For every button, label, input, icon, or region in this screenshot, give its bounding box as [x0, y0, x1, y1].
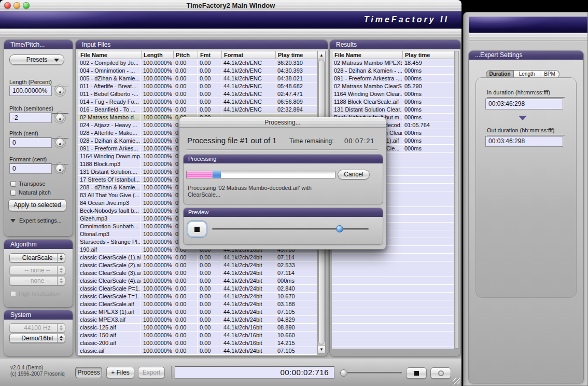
- column-header-pitch[interactable]: Pitch: [174, 51, 198, 59]
- time-pitch-body: Presets Length (Percent) 100.00000% Pitc…: [4, 49, 73, 236]
- expert-settings-disclosure[interactable]: Expert settings...: [10, 217, 62, 224]
- table-row[interactable]: 004 - Omnimotion - ... 100.0000% 0.00 0.…: [78, 67, 317, 75]
- length-input[interactable]: 100.00000%: [9, 86, 52, 96]
- out-duration-input[interactable]: 00:03:46:298: [485, 136, 563, 147]
- in-duration-input[interactable]: 00:03:46:298: [485, 99, 563, 109]
- expert-settings-panel: ...Expert Settings Duration Length BPM I…: [469, 51, 583, 383]
- cell-play-time: 06:56.809: [275, 98, 317, 105]
- table-row[interactable]: classic-150.aif 100.0000% 0.00 0.00 44.1…: [78, 332, 317, 339]
- transport-slider-thumb[interactable]: [340, 369, 347, 377]
- table-row[interactable]: classic ClearScale (1).aif 100.0000% 0.0…: [78, 254, 317, 261]
- cell-file-name: classic-125.aif: [78, 324, 141, 331]
- cell-length: 100.0000%: [141, 308, 173, 315]
- time-pitch-panel: Time/Pitch... Presets Length (Percent) 1…: [4, 40, 73, 236]
- column-header-filename[interactable]: File Name: [332, 51, 403, 59]
- scroll-up-icon[interactable]: ▲: [318, 51, 325, 59]
- table-row[interactable]: classic ClearScale.aif 100.0000% 0.00 0.…: [78, 300, 317, 308]
- cell-pitch: 0.00: [173, 261, 198, 269]
- formant-dial-icon[interactable]: [55, 164, 64, 173]
- scroll-down-icon[interactable]: ▼: [318, 345, 325, 353]
- cell-fmt: 0.00: [198, 67, 221, 74]
- pitch-semitones-dial-icon[interactable]: [55, 113, 64, 122]
- table-row[interactable]: 091 - Freeform Arkestra -... 000ms: [332, 75, 454, 82]
- table-row[interactable]: 02 Matrass Mambo MPEX3... 18.459: [332, 59, 454, 67]
- pitch-semitones-input[interactable]: -2: [9, 113, 52, 123]
- cell-format: 44.1k/2ch/ENC: [221, 82, 275, 90]
- cancel-button[interactable]: Cancel: [338, 170, 370, 180]
- transport-slider[interactable]: [340, 372, 402, 374]
- dialog-titlebar[interactable]: Processing...: [179, 117, 386, 128]
- table-row[interactable]: classic ClearScale (3).aif 100.0000% 0.0…: [78, 269, 317, 277]
- results-scrollbar-track[interactable]: [454, 51, 459, 349]
- table-row[interactable]: 1188 Block ClearScale.aif 000ms: [332, 98, 454, 106]
- column-header-format[interactable]: Format: [222, 51, 276, 59]
- cell-file-name: Omnimotion-Sunbath...: [78, 223, 141, 230]
- expert-settings-window: ...Expert Settings Duration Length BPM I…: [463, 12, 588, 386]
- cell-play-time: 02:32.894: [275, 106, 317, 113]
- column-header-fmt[interactable]: Fmt: [198, 51, 222, 59]
- stop-icon: [414, 371, 419, 376]
- column-header-filename[interactable]: File Name: [78, 51, 142, 59]
- cell-length: 100.0000%: [141, 223, 173, 230]
- dropdown-arrow-icon: [54, 59, 59, 62]
- table-row[interactable]: classic MPEX3.aif 100.0000% 0.00 0.00 44…: [78, 316, 317, 324]
- cell-pitch: 0.00: [173, 90, 198, 98]
- table-row[interactable]: classic-125.aif 100.0000% 0.00 0.00 44.1…: [78, 324, 317, 332]
- cell-format: 44.1k/2ch/24bit: [221, 277, 275, 284]
- table-row[interactable]: classic ClearScale T=1... 100.0000% 0.00…: [78, 293, 317, 300]
- cell-file-name: 208 - dZihan & Kamie...: [78, 184, 141, 191]
- table-row[interactable]: 028 - Dzihan & Kamien - ... 000ms: [332, 67, 454, 75]
- table-row[interactable]: classic ClearScale (2).aif 100.0000% 0.0…: [78, 261, 317, 269]
- table-row[interactable]: 1164 Winding Down Clear... 000ms: [332, 90, 454, 98]
- table-row[interactable]: 016 - Beanfield - To ... 100.0000% 0.00 …: [78, 106, 317, 114]
- preview-group-header: Preview: [184, 208, 383, 217]
- table-row[interactable]: classic.aif 100.0000% 0.00 0.00 44.1k/2c…: [78, 347, 317, 355]
- cell-format: 44.1k/2ch/24bit: [221, 261, 275, 269]
- table-row[interactable]: 02 Matrass Mambo ClearS... 05.290: [332, 82, 454, 90]
- cell-length: 100.0000%: [141, 184, 173, 191]
- titlebar[interactable]: TimeFactory2 Main Window: [0, 0, 461, 11]
- table-row[interactable]: classic ClearScale (4).aif 100.0000% 0.0…: [78, 277, 317, 285]
- stop-button[interactable]: [406, 367, 427, 379]
- algorithm-panel: Algorithm ClearScale -- none -- -- none …: [4, 240, 73, 307]
- pitch-cent-dial-icon[interactable]: [55, 138, 64, 147]
- table-row[interactable]: 014 - Fug - Ready Fo... 100.0000% 0.00 0…: [78, 98, 317, 106]
- table-row[interactable]: classic ClearScale P=1... 100.0000% 0.00…: [78, 285, 317, 293]
- preview-stop-button[interactable]: [187, 221, 207, 237]
- stepper-arrows-icon: [57, 277, 65, 285]
- table-row[interactable]: classic MPEX3 (1).aif 100.0000% 0.00 0.0…: [78, 308, 317, 316]
- transpose-checkbox[interactable]: Transpose: [10, 181, 46, 187]
- pitch-cent-input[interactable]: 0: [9, 137, 52, 148]
- cell-length: 100.0000%: [141, 230, 173, 238]
- formant-input[interactable]: 0: [9, 163, 52, 174]
- cell-length: 100.0000%: [141, 145, 173, 152]
- table-row[interactable]: 005 - dZihan & Kamie... 100.0000% 0.00 0…: [78, 75, 317, 82]
- input-files-header: Input Files: [76, 40, 328, 49]
- algorithm-select-1[interactable]: ClearScale: [9, 253, 65, 263]
- preview-slider-thumb[interactable]: [336, 225, 343, 232]
- add-files-button[interactable]: + Files: [106, 367, 134, 378]
- table-row[interactable]: 131 Distant Solution Clear... 000ms: [332, 106, 454, 114]
- table-row[interactable]: classic-200.aif 100.0000% 0.00 0.00 44.1…: [78, 339, 317, 347]
- cell-length: 100.0000%: [141, 316, 173, 323]
- table-row[interactable]: 011 - Bebel Gilberto -... 100.0000% 0.00…: [78, 90, 317, 98]
- cell-file-name: 84 Ocean Jive.mp3: [78, 199, 141, 206]
- apply-to-selected-button[interactable]: Apply to selected: [8, 199, 66, 211]
- length-dial-icon[interactable]: [55, 86, 64, 95]
- record-button[interactable]: [430, 367, 451, 379]
- cell-fmt: 0.00: [198, 308, 221, 315]
- output-mode-select[interactable]: Demo/16bit: [9, 334, 65, 343]
- presets-dropdown[interactable]: Presets: [9, 54, 64, 65]
- column-header-playtime[interactable]: Play time: [276, 51, 318, 59]
- column-header-length[interactable]: Length: [142, 51, 174, 59]
- natural-pitch-checkbox[interactable]: Natural pitch: [10, 189, 51, 196]
- table-row[interactable]: 002 - Compiled by Jo... 100.0000% 0.00 0…: [78, 59, 317, 67]
- table-row[interactable]: 011 - Afterlife - Breat... 100.0000% 0.0…: [78, 82, 317, 90]
- process-button[interactable]: Process: [75, 367, 102, 378]
- column-header-playtime[interactable]: Play time: [403, 51, 455, 59]
- export-button: Export: [138, 367, 165, 378]
- cell-format: 44.1k/2ch/24bit: [221, 316, 275, 323]
- preview-slider[interactable]: [212, 228, 369, 230]
- brand-banner: TimeFactory II: [0, 11, 461, 29]
- resize-grip[interactable]: [453, 378, 460, 384]
